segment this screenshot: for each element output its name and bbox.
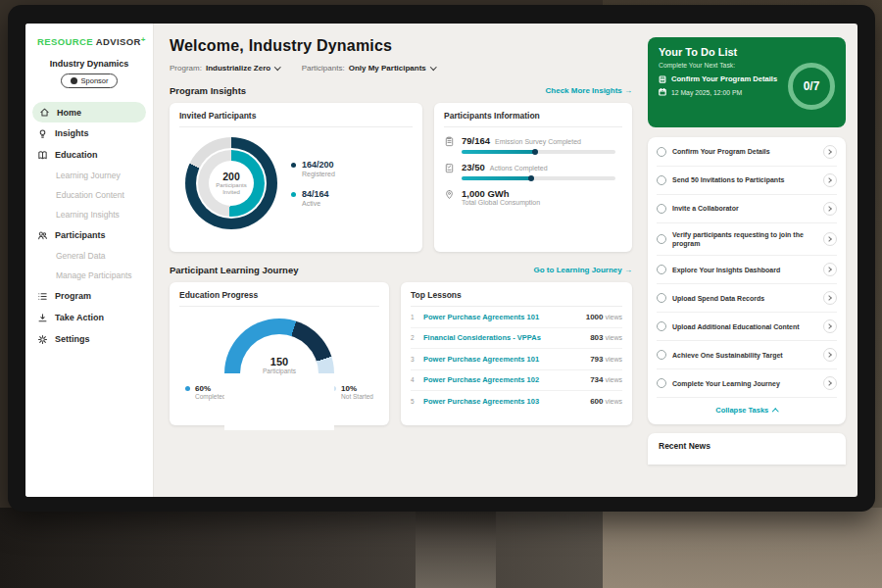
monitor-bezel: RESOURCE ADVISOR+ Industry Dynamics Spon…: [8, 5, 875, 512]
progress-bar: [462, 150, 615, 154]
lesson-link[interactable]: Power Purchase Agreements 101: [423, 313, 586, 321]
lesson-link[interactable]: Power Purchase Agreements 101: [423, 355, 590, 364]
lesson-rank: 1: [411, 314, 423, 320]
participants-filter-label: Participants:: [302, 64, 345, 73]
chevron-right-icon[interactable]: [823, 173, 837, 187]
chevron-right-icon[interactable]: [823, 202, 837, 216]
sidebar-item-label: Insights: [55, 128, 89, 138]
progress-bar: [462, 176, 615, 180]
chevron-right-icon[interactable]: [823, 145, 837, 159]
next-task[interactable]: Confirm Your Program Details: [659, 74, 784, 83]
stat-value: 1,000 GWh: [462, 188, 622, 199]
sidebar-item-general-data[interactable]: General Data: [25, 246, 153, 266]
task-row[interactable]: Verify participants requesting to join t…: [657, 223, 837, 256]
list-icon: [37, 291, 48, 302]
task-row[interactable]: Upload Additional Educational Content: [657, 313, 837, 341]
sidebar-item-manage-participants[interactable]: Manage Participants: [25, 266, 153, 285]
lesson-row[interactable]: 1 Power Purchase Agreements 101 1000view…: [411, 307, 622, 328]
bulb-icon: [37, 128, 48, 139]
checkbox-icon[interactable]: [657, 321, 666, 331]
checkbox-icon[interactable]: [657, 293, 666, 303]
chevron-right-icon[interactable]: [823, 348, 837, 362]
chevron-right-icon[interactable]: [823, 291, 837, 305]
sidebar-item-program[interactable]: Program: [25, 285, 153, 307]
lesson-views-unit: views: [605, 334, 622, 341]
chevron-down-icon: [430, 64, 436, 70]
chevron-right-icon[interactable]: [823, 319, 837, 333]
app-logo: RESOURCE ADVISOR+: [25, 33, 153, 47]
legend-registered: 164/200 Registered: [291, 160, 335, 177]
task-label: Confirm Your Program Details: [672, 147, 817, 156]
main-content: Welcome, Industry Dynamics Program:Indus…: [154, 24, 646, 497]
sidebar-item-participants[interactable]: Participants: [25, 224, 153, 246]
lesson-rank: 3: [411, 356, 423, 363]
checkbox-icon[interactable]: [657, 350, 666, 360]
task-row[interactable]: Confirm Your Program Details: [657, 138, 837, 167]
logo-plus: +: [141, 35, 146, 44]
task-label: Upload Additional Educational Content: [672, 322, 817, 331]
sidebar-nav: Home Insights Education Learning Journey…: [25, 102, 153, 350]
sidebar-item-settings[interactable]: Settings: [25, 328, 153, 350]
task-row[interactable]: Invite a Collaborator: [657, 195, 837, 223]
legend-dot: [291, 163, 296, 168]
lesson-link[interactable]: Financial Considerations - VPPAs: [423, 333, 590, 342]
lesson-row[interactable]: 5 Power Purchase Agreements 103 600views: [411, 391, 622, 413]
task-row[interactable]: Send 50 Invitations to Participants: [657, 167, 837, 195]
participants-filter[interactable]: Participants:Only My Participants: [302, 64, 436, 73]
stat-actions-completed: 23/50Actions Completed: [444, 162, 622, 180]
stat-label: Total Global Consumption: [462, 199, 622, 206]
invited-donut-chart: 200 Participants Invited: [185, 137, 277, 229]
collapse-tasks-link[interactable]: Collapse Tasks: [657, 398, 837, 423]
lesson-views-unit: views: [605, 398, 622, 405]
checkbox-icon[interactable]: [657, 147, 666, 157]
lesson-views: 734: [590, 375, 603, 384]
chevron-right-icon[interactable]: [823, 263, 837, 276]
lesson-views: 803: [590, 333, 603, 342]
sidebar-item-learning-insights[interactable]: Learning Insights: [25, 205, 153, 224]
task-row[interactable]: Complete Your Learning Journey: [657, 369, 837, 398]
task-row[interactable]: Explore Your Insights Dashboard: [657, 256, 837, 284]
legend-active: 84/164 Active: [291, 189, 335, 207]
lesson-link[interactable]: Power Purchase Agreements 103: [423, 397, 590, 406]
checkbox-icon[interactable]: [657, 378, 666, 388]
donut-center-value: 200: [222, 171, 240, 182]
lesson-row[interactable]: 3 Power Purchase Agreements 101 793views: [411, 349, 622, 370]
clipboard-icon: [444, 136, 455, 147]
sidebar-item-label: Take Action: [55, 313, 104, 322]
sidebar-item-learning-journey[interactable]: Learning Journey: [25, 166, 153, 185]
chevron-down-icon: [274, 64, 280, 70]
checkbox-icon[interactable]: [657, 204, 666, 214]
sidebar-item-home[interactable]: Home: [32, 102, 146, 122]
task-row[interactable]: Achieve One Sustainability Target: [657, 341, 837, 369]
card-title: Education Progress: [179, 290, 379, 307]
book-icon: [37, 150, 48, 161]
learning-journey-header: Participant Learning Journey Go to Learn…: [170, 265, 632, 275]
task-row[interactable]: Upload Spend Data Records: [657, 284, 837, 313]
legend-value: 164/200: [302, 160, 335, 170]
chevron-right-icon[interactable]: [823, 232, 837, 246]
task-label: Send 50 Invitations to Participants: [672, 175, 817, 184]
dashboard-screen: RESOURCE ADVISOR+ Industry Dynamics Spon…: [25, 24, 858, 497]
gauge-center-label: Participants: [224, 368, 334, 374]
lesson-row[interactable]: 4 Power Purchase Agreements 102 734views: [411, 370, 622, 392]
task-label: Achieve One Sustainability Target: [672, 351, 817, 360]
sidebar-item-education-content[interactable]: Education Content: [25, 185, 153, 205]
lesson-link[interactable]: Power Purchase Agreements 102: [423, 375, 590, 384]
program-filter[interactable]: Program:Industrialize Zero: [170, 64, 280, 73]
checkbox-icon[interactable]: [657, 234, 666, 244]
sidebar-item-insights[interactable]: Insights: [25, 122, 153, 144]
checkbox-icon[interactable]: [657, 175, 666, 185]
sidebar-item-education[interactable]: Education: [25, 144, 153, 166]
chevron-right-icon[interactable]: [823, 376, 837, 390]
todo-panel: Your To Do List Complete Your Next Task:…: [646, 24, 858, 497]
todo-title: Your To Do List: [659, 46, 835, 58]
go-to-learning-journey-link[interactable]: Go to Learning Journey: [534, 266, 632, 274]
lesson-rank: 2: [411, 334, 423, 341]
chevron-up-icon: [772, 409, 778, 415]
lesson-row[interactable]: 2 Financial Considerations - VPPAs 803vi…: [411, 328, 622, 350]
checkbox-icon[interactable]: [657, 265, 666, 274]
sidebar-item-take-action[interactable]: Take Action: [25, 307, 153, 328]
legend-label: Registered: [302, 171, 335, 177]
check-more-insights-link[interactable]: Check More Insights: [546, 86, 632, 95]
sidebar: RESOURCE ADVISOR+ Industry Dynamics Spon…: [25, 24, 154, 497]
